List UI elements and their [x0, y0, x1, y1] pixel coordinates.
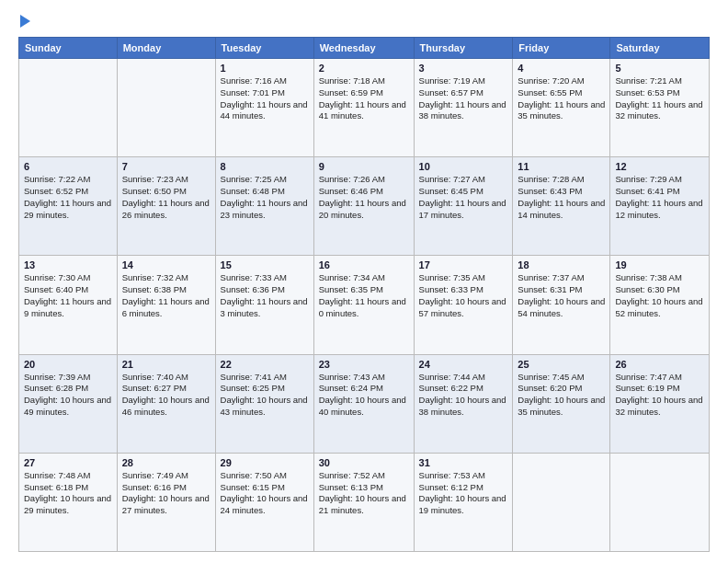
calendar-cell: 20Sunrise: 7:39 AMSunset: 6:28 PMDayligh… — [19, 354, 118, 453]
day-info: Sunrise: 7:50 AMSunset: 6:15 PMDaylight:… — [221, 470, 309, 517]
day-info: Sunrise: 7:29 AMSunset: 6:41 PMDaylight:… — [615, 174, 704, 221]
calendar-cell: 21Sunrise: 7:40 AMSunset: 6:27 PMDayligh… — [117, 354, 215, 453]
day-number: 21 — [122, 359, 210, 370]
day-info: Sunrise: 7:30 AMSunset: 6:40 PMDaylight:… — [24, 272, 112, 319]
calendar-week-3: 13Sunrise: 7:30 AMSunset: 6:40 PMDayligh… — [19, 256, 710, 354]
col-saturday: Saturday — [610, 38, 710, 59]
day-number: 16 — [319, 259, 409, 270]
calendar-cell: 6Sunrise: 7:22 AMSunset: 6:52 PMDaylight… — [19, 157, 118, 256]
calendar-week-5: 27Sunrise: 7:48 AMSunset: 6:18 PMDayligh… — [19, 453, 710, 551]
calendar-cell — [117, 59, 215, 157]
calendar-week-2: 6Sunrise: 7:22 AMSunset: 6:52 PMDaylight… — [19, 157, 710, 256]
calendar-cell: 7Sunrise: 7:23 AMSunset: 6:50 PMDaylight… — [117, 157, 215, 256]
calendar-cell: 27Sunrise: 7:48 AMSunset: 6:18 PMDayligh… — [19, 453, 118, 551]
day-number: 22 — [221, 359, 309, 370]
day-number: 17 — [419, 259, 508, 270]
day-info: Sunrise: 7:40 AMSunset: 6:27 PMDaylight:… — [122, 372, 210, 419]
logo — [18, 15, 30, 28]
day-number: 11 — [518, 161, 605, 172]
day-number: 23 — [319, 359, 409, 370]
day-info: Sunrise: 7:52 AMSunset: 6:13 PMDaylight:… — [319, 470, 409, 517]
logo-arrow-icon — [20, 15, 30, 28]
day-info: Sunrise: 7:38 AMSunset: 6:30 PMDaylight:… — [615, 272, 704, 319]
calendar-cell: 22Sunrise: 7:41 AMSunset: 6:25 PMDayligh… — [215, 354, 313, 453]
calendar-cell: 13Sunrise: 7:30 AMSunset: 6:40 PMDayligh… — [19, 256, 118, 354]
day-number: 10 — [419, 161, 508, 172]
day-info: Sunrise: 7:37 AMSunset: 6:31 PMDaylight:… — [518, 272, 605, 319]
calendar-week-4: 20Sunrise: 7:39 AMSunset: 6:28 PMDayligh… — [19, 354, 710, 453]
calendar-table: Sunday Monday Tuesday Wednesday Thursday… — [18, 37, 710, 552]
day-info: Sunrise: 7:44 AMSunset: 6:22 PMDaylight:… — [419, 372, 508, 419]
calendar-cell: 17Sunrise: 7:35 AMSunset: 6:33 PMDayligh… — [414, 256, 513, 354]
calendar-cell: 14Sunrise: 7:32 AMSunset: 6:38 PMDayligh… — [117, 256, 215, 354]
day-info: Sunrise: 7:19 AMSunset: 6:57 PMDaylight:… — [419, 75, 508, 122]
day-number: 7 — [122, 161, 210, 172]
calendar-cell: 5Sunrise: 7:21 AMSunset: 6:53 PMDaylight… — [610, 59, 710, 157]
col-sunday: Sunday — [19, 38, 118, 59]
calendar-cell — [513, 453, 610, 551]
day-info: Sunrise: 7:35 AMSunset: 6:33 PMDaylight:… — [419, 272, 508, 319]
day-info: Sunrise: 7:18 AMSunset: 6:59 PMDaylight:… — [319, 75, 409, 122]
day-info: Sunrise: 7:45 AMSunset: 6:20 PMDaylight:… — [518, 372, 605, 419]
day-info: Sunrise: 7:20 AMSunset: 6:55 PMDaylight:… — [518, 75, 605, 122]
col-tuesday: Tuesday — [215, 38, 313, 59]
day-number: 1 — [221, 63, 309, 74]
calendar-cell: 23Sunrise: 7:43 AMSunset: 6:24 PMDayligh… — [313, 354, 414, 453]
col-monday: Monday — [117, 38, 215, 59]
day-info: Sunrise: 7:48 AMSunset: 6:18 PMDaylight:… — [24, 470, 112, 517]
day-number: 4 — [518, 63, 605, 74]
day-info: Sunrise: 7:26 AMSunset: 6:46 PMDaylight:… — [319, 174, 409, 221]
day-info: Sunrise: 7:39 AMSunset: 6:28 PMDaylight:… — [24, 372, 112, 419]
day-number: 19 — [615, 259, 704, 270]
day-info: Sunrise: 7:27 AMSunset: 6:45 PMDaylight:… — [419, 174, 508, 221]
day-number: 25 — [518, 359, 605, 370]
day-number: 31 — [419, 457, 508, 468]
calendar-cell: 11Sunrise: 7:28 AMSunset: 6:43 PMDayligh… — [513, 157, 610, 256]
calendar-cell — [610, 453, 710, 551]
calendar-cell: 16Sunrise: 7:34 AMSunset: 6:35 PMDayligh… — [313, 256, 414, 354]
day-info: Sunrise: 7:21 AMSunset: 6:53 PMDaylight:… — [615, 75, 704, 122]
calendar-cell: 29Sunrise: 7:50 AMSunset: 6:15 PMDayligh… — [215, 453, 313, 551]
day-info: Sunrise: 7:33 AMSunset: 6:36 PMDaylight:… — [221, 272, 309, 319]
calendar-cell: 15Sunrise: 7:33 AMSunset: 6:36 PMDayligh… — [215, 256, 313, 354]
day-info: Sunrise: 7:32 AMSunset: 6:38 PMDaylight:… — [122, 272, 210, 319]
calendar-cell: 30Sunrise: 7:52 AMSunset: 6:13 PMDayligh… — [313, 453, 414, 551]
calendar-cell: 1Sunrise: 7:16 AMSunset: 7:01 PMDaylight… — [215, 59, 313, 157]
day-number: 3 — [419, 63, 508, 74]
calendar-cell: 10Sunrise: 7:27 AMSunset: 6:45 PMDayligh… — [414, 157, 513, 256]
calendar-cell: 8Sunrise: 7:25 AMSunset: 6:48 PMDaylight… — [215, 157, 313, 256]
day-info: Sunrise: 7:53 AMSunset: 6:12 PMDaylight:… — [419, 470, 508, 517]
day-info: Sunrise: 7:43 AMSunset: 6:24 PMDaylight:… — [319, 372, 409, 419]
col-thursday: Thursday — [414, 38, 513, 59]
day-number: 30 — [319, 457, 409, 468]
day-number: 24 — [419, 359, 508, 370]
header — [18, 15, 710, 28]
calendar-cell: 3Sunrise: 7:19 AMSunset: 6:57 PMDaylight… — [414, 59, 513, 157]
day-number: 18 — [518, 259, 605, 270]
day-number: 15 — [221, 259, 309, 270]
day-number: 8 — [221, 161, 309, 172]
day-number: 28 — [122, 457, 210, 468]
header-row: Sunday Monday Tuesday Wednesday Thursday… — [19, 38, 710, 59]
day-number: 20 — [24, 359, 112, 370]
day-number: 27 — [24, 457, 112, 468]
day-info: Sunrise: 7:47 AMSunset: 6:19 PMDaylight:… — [615, 372, 704, 419]
page: Sunday Monday Tuesday Wednesday Thursday… — [0, 0, 728, 563]
calendar-cell: 12Sunrise: 7:29 AMSunset: 6:41 PMDayligh… — [610, 157, 710, 256]
calendar-cell: 9Sunrise: 7:26 AMSunset: 6:46 PMDaylight… — [313, 157, 414, 256]
day-number: 2 — [319, 63, 409, 74]
calendar-cell: 31Sunrise: 7:53 AMSunset: 6:12 PMDayligh… — [414, 453, 513, 551]
day-info: Sunrise: 7:22 AMSunset: 6:52 PMDaylight:… — [24, 174, 112, 221]
calendar-cell: 19Sunrise: 7:38 AMSunset: 6:30 PMDayligh… — [610, 256, 710, 354]
day-info: Sunrise: 7:41 AMSunset: 6:25 PMDaylight:… — [221, 372, 309, 419]
day-number: 26 — [615, 359, 704, 370]
day-number: 14 — [122, 259, 210, 270]
col-wednesday: Wednesday — [313, 38, 414, 59]
calendar-cell: 26Sunrise: 7:47 AMSunset: 6:19 PMDayligh… — [610, 354, 710, 453]
calendar-week-1: 1Sunrise: 7:16 AMSunset: 7:01 PMDaylight… — [19, 59, 710, 157]
calendar-cell: 28Sunrise: 7:49 AMSunset: 6:16 PMDayligh… — [117, 453, 215, 551]
day-number: 6 — [24, 161, 112, 172]
day-info: Sunrise: 7:16 AMSunset: 7:01 PMDaylight:… — [221, 75, 309, 122]
calendar-cell: 2Sunrise: 7:18 AMSunset: 6:59 PMDaylight… — [313, 59, 414, 157]
col-friday: Friday — [513, 38, 610, 59]
